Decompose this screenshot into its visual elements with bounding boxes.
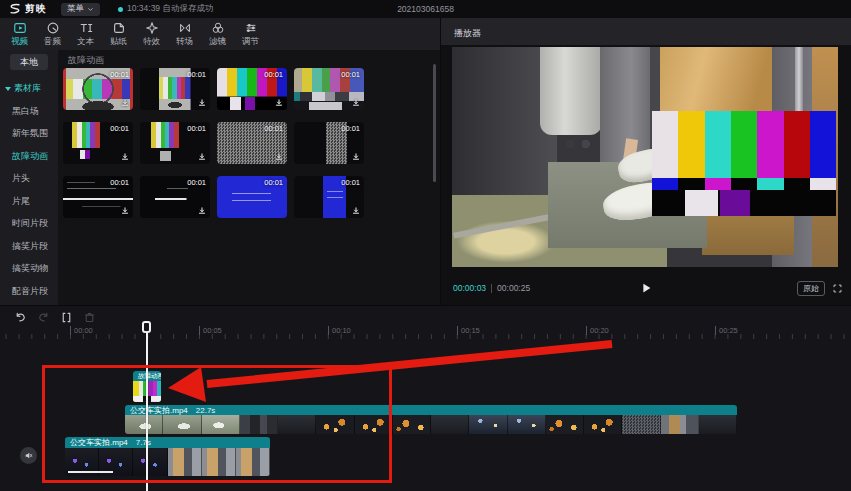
ribbon-tab-transition[interactable]: 转场: [171, 21, 198, 48]
media-duration-badge: 00:01: [187, 178, 206, 187]
media-item[interactable]: 00:01: [294, 122, 364, 164]
ribbon-tab-icon: [46, 21, 60, 35]
player-panel: 播放器: [441, 18, 851, 305]
download-icon[interactable]: [274, 152, 284, 162]
sidebar-item-label: 片尾: [12, 195, 30, 208]
media-duration-badge: 00:01: [110, 178, 129, 187]
menu-button-label: 菜单: [67, 3, 84, 15]
sidebar-item[interactable]: 故障动画: [12, 150, 58, 163]
ribbon-tab-label: 滤镜: [209, 36, 226, 48]
filmstrip-frame: [508, 415, 546, 434]
ribbon-tab-icon: [145, 21, 159, 35]
timeline-clip-glitch[interactable]: 故障动画: [133, 371, 161, 402]
ruler-label: 00:20: [586, 326, 609, 335]
ruler-label: 00:25: [715, 326, 738, 335]
sidebar-item[interactable]: 片头: [12, 172, 58, 185]
colorbars-overlay: [652, 111, 836, 216]
download-icon[interactable]: [351, 206, 361, 216]
redo-button[interactable]: [37, 311, 50, 324]
media-item[interactable]: 00:01: [63, 176, 133, 218]
media-item[interactable]: 00:01: [140, 68, 210, 110]
sidebar-item-label: 片头: [12, 172, 30, 185]
ratio-button[interactable]: 原始: [797, 281, 825, 296]
sidebar-item[interactable]: 素材库: [12, 82, 58, 95]
download-icon[interactable]: [197, 98, 207, 108]
ribbon-tab-icon: [211, 21, 225, 35]
media-item[interactable]: 00:01: [63, 68, 133, 110]
sidebar-category-list: 素材库 黑白场 新年氛围 故障动画 片头 片尾 时间片段 搞笑片段 搞笑动物 配…: [0, 78, 58, 298]
colorbars-mid: [652, 178, 836, 190]
delete-button[interactable]: [83, 311, 96, 324]
fullscreen-icon[interactable]: [832, 283, 843, 294]
filmstrip-frame: [584, 415, 622, 434]
media-item[interactable]: 00:01: [140, 122, 210, 164]
media-item[interactable]: 00:01: [294, 176, 364, 218]
sidebar-item[interactable]: 配音片段: [12, 285, 58, 298]
sidebar-item[interactable]: 搞笑片段: [12, 240, 58, 253]
play-button[interactable]: [639, 281, 653, 295]
split-button[interactable]: [60, 311, 73, 324]
clip-header: 公交车实拍.mp4 22.7s: [125, 405, 737, 415]
media-scrollbar[interactable]: [433, 64, 436, 182]
sidebar-item[interactable]: 片尾: [12, 195, 58, 208]
ribbon-tab-audio[interactable]: 音频: [39, 21, 66, 48]
media-duration-badge: 00:01: [264, 124, 283, 133]
app-logo-icon: [8, 2, 22, 16]
timeline-clip-main[interactable]: 公交车实拍.mp4 22.7s: [125, 405, 737, 434]
filmstrip-frame: [431, 415, 469, 434]
media-duration-badge: 00:01: [264, 70, 283, 79]
download-icon[interactable]: [351, 152, 361, 162]
timeline-clip-lower[interactable]: 公交车实拍.mp4 7.7s: [65, 437, 270, 476]
sidebar-item[interactable]: 新年氛围: [12, 127, 58, 140]
time-separator: [491, 284, 492, 293]
media-item[interactable]: 00:01: [217, 68, 287, 110]
sidebar-item[interactable]: 时间片段: [12, 217, 58, 230]
media-duration-badge: 00:01: [341, 124, 360, 133]
undo-button[interactable]: [14, 311, 27, 324]
ribbon-tab-icon: [13, 21, 27, 35]
ribbon-tab-text[interactable]: 文本: [72, 21, 99, 48]
download-icon[interactable]: [120, 98, 130, 108]
media-item[interactable]: 00:01: [217, 176, 287, 218]
player-title: 播放器: [454, 27, 481, 40]
media-item[interactable]: 00:01: [294, 68, 364, 110]
download-icon[interactable]: [120, 152, 130, 162]
media-duration-badge: 00:01: [187, 124, 206, 133]
media-item[interactable]: 00:01: [63, 122, 133, 164]
filmstrip-frame: [168, 448, 202, 476]
ribbon-tab-video[interactable]: 视频: [6, 21, 33, 48]
scene-hinge: [562, 137, 596, 151]
ribbon-tab-filter[interactable]: 滤镜: [204, 21, 231, 48]
ribbon-tab-sticker[interactable]: 贴纸: [105, 21, 132, 48]
media-section-title: 故障动画: [68, 54, 104, 67]
ribbon-tab-effects[interactable]: 特效: [138, 21, 165, 48]
clip-filmstrip: [125, 415, 737, 434]
filmstrip-frame: [278, 415, 316, 434]
filmstrip-frame: [163, 415, 201, 434]
menu-button[interactable]: 菜单: [61, 3, 100, 16]
download-icon[interactable]: [197, 206, 207, 216]
download-icon[interactable]: [120, 206, 130, 216]
media-item[interactable]: 00:01: [140, 176, 210, 218]
media-item[interactable]: 00:01: [217, 122, 287, 164]
top-bar: 剪映 菜单 10:34:39 自动保存成功 202103061658: [0, 0, 851, 18]
download-icon[interactable]: [197, 152, 207, 162]
ribbon-tab-adjust[interactable]: 调节: [237, 21, 264, 48]
sidebar-item[interactable]: 黑白场: [12, 105, 58, 118]
timeline-panel: 00:0000:0500:1000:1500:2000:25 故障动画 公交车实…: [0, 306, 851, 491]
ruler-label: 00:00: [70, 326, 93, 335]
download-icon[interactable]: [351, 98, 361, 108]
autosave-dot-icon: [118, 7, 123, 12]
ribbon-tab-icon: [112, 21, 126, 35]
sidebar-item[interactable]: 搞笑动物: [12, 262, 58, 275]
timeline-ruler[interactable]: 00:0000:0500:1000:1500:2000:25: [0, 325, 851, 339]
media-duration-badge: 00:01: [341, 70, 360, 79]
colorbars-bottom: [652, 190, 836, 216]
media-duration-badge: 00:01: [341, 178, 360, 187]
track-mute-button[interactable]: [20, 447, 37, 464]
ribbon-tab-label: 音频: [44, 36, 61, 48]
download-icon[interactable]: [274, 98, 284, 108]
sidebar-item-local[interactable]: 本地: [10, 54, 48, 70]
filmstrip-frame: [240, 415, 278, 434]
ribbon-tab-icon: [244, 21, 258, 35]
